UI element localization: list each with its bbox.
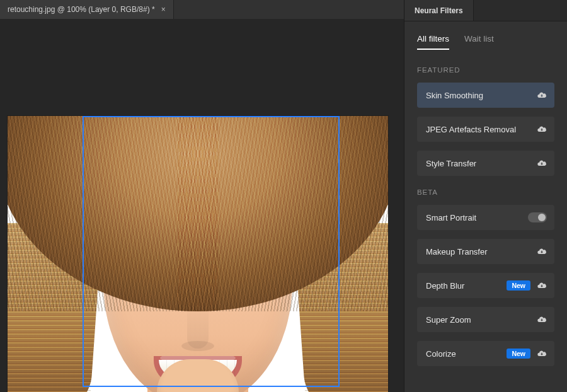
sub-tab-label: Wait list (464, 34, 494, 43)
filter-label: Colorize (426, 349, 500, 359)
sub-tab-bar: All filters Wait list (417, 34, 554, 50)
document-tab-title: retouching.jpg @ 100% (Layer 0, RGB/8#) … (8, 5, 155, 14)
illustration-fur-hat (8, 116, 388, 311)
filter-label: Style Transfer (426, 159, 530, 168)
cloud-download-icon[interactable] (537, 158, 547, 168)
panel-tab-label: Neural Filters (415, 6, 463, 15)
document-tab-bar: retouching.jpg @ 100% (Layer 0, RGB/8#) … (0, 0, 404, 19)
section-heading-beta: BETA (417, 188, 554, 196)
neural-filters-panel: Neural Filters All filters Wait list FEA… (404, 0, 567, 392)
sub-tab-label: All filters (417, 34, 449, 43)
cloud-download-icon[interactable] (537, 280, 547, 291)
filter-row-smart-portrait[interactable]: Smart Portrait (417, 205, 554, 230)
filter-label: Makeup Transfer (426, 247, 530, 257)
cloud-download-icon[interactable] (537, 246, 547, 257)
filter-label: Smart Portrait (426, 213, 522, 222)
filter-row-style-transfer[interactable]: Style Transfer (417, 151, 554, 176)
cloud-download-icon[interactable] (537, 349, 547, 359)
document-tab[interactable]: retouching.jpg @ 100% (Layer 0, RGB/8#) … (0, 0, 174, 19)
filter-row-depth-blur[interactable]: Depth Blur New (417, 273, 554, 298)
document-canvas[interactable] (8, 116, 388, 392)
app-root: retouching.jpg @ 100% (Layer 0, RGB/8#) … (0, 0, 567, 392)
cloud-download-icon[interactable] (537, 90, 547, 100)
close-icon[interactable]: × (161, 5, 166, 14)
canvas-area: retouching.jpg @ 100% (Layer 0, RGB/8#) … (0, 0, 404, 392)
cloud-download-icon[interactable] (537, 124, 547, 134)
badge-new: New (507, 349, 530, 359)
panel-tab-bar: Neural Filters (404, 0, 567, 21)
filter-label: Super Zoom (426, 315, 530, 325)
filter-label: JPEG Artefacts Removal (426, 125, 530, 134)
panel-body: All filters Wait list FEATURED Skin Smoo… (404, 21, 567, 375)
filter-row-jpeg-artefacts-removal[interactable]: JPEG Artefacts Removal (417, 117, 554, 142)
sub-tab-wait-list[interactable]: Wait list (464, 34, 494, 50)
filter-label: Skin Smoothing (426, 91, 530, 100)
badge-new: New (507, 280, 530, 291)
sub-tab-all-filters[interactable]: All filters (417, 34, 449, 50)
filter-label: Depth Blur (426, 281, 500, 291)
panel-tab-neural-filters[interactable]: Neural Filters (404, 0, 474, 21)
photo-layer (8, 116, 388, 392)
section-heading-featured: FEATURED (417, 66, 554, 74)
cloud-download-icon[interactable] (537, 314, 547, 325)
filter-row-makeup-transfer[interactable]: Makeup Transfer (417, 239, 554, 264)
filter-row-super-zoom[interactable]: Super Zoom (417, 307, 554, 332)
toggle-switch[interactable] (528, 212, 547, 222)
filter-row-skin-smoothing[interactable]: Skin Smoothing (417, 83, 554, 108)
canvas-viewport[interactable] (0, 19, 404, 392)
filter-row-colorize[interactable]: Colorize New (417, 341, 554, 366)
